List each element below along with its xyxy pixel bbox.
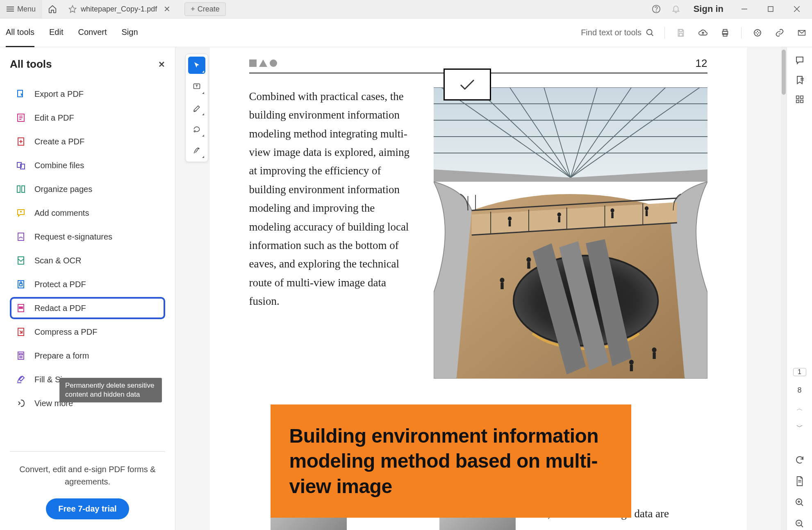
help-button[interactable] [650,5,662,14]
comment-panel-button[interactable] [792,55,807,65]
vertical-scrollbar[interactable] [781,47,787,530]
svg-marker-0 [69,6,76,13]
tool-item-prepare-a-form[interactable]: Prepare a form [10,345,165,367]
share-button[interactable] [796,29,808,37]
tool-item-export-a-pdf[interactable]: Export a PDF [10,83,165,105]
trial-button[interactable]: Free 7-day trial [46,498,129,519]
tool-item-compress-a-pdf[interactable]: Compress a PDF [10,321,165,343]
tool-icon [16,350,26,361]
annotation-toolbar [185,54,208,162]
tab-close-icon[interactable]: ✕ [164,4,171,14]
create-label: Create [198,5,220,14]
cloud-button[interactable] [697,28,709,37]
print-icon [721,28,730,37]
sign-tool[interactable] [188,142,205,159]
notification-button[interactable] [670,5,682,14]
svg-rect-12 [723,29,727,31]
tool-item-scan-ocr[interactable]: Scan & OCR [10,249,165,272]
svg-point-69 [652,347,656,352]
search-button[interactable]: Find text or tools [581,28,655,37]
hamburger-icon [7,7,14,11]
triangle-icon [259,59,267,67]
create-button[interactable]: + Create [184,2,226,16]
chat-icon [795,55,805,65]
grid-icon [795,95,804,104]
page-view-button[interactable] [792,475,807,487]
star-icon[interactable] [68,5,77,13]
zoom-out-button[interactable] [792,518,807,530]
minimize-button[interactable] [735,0,754,18]
signin-button[interactable]: Sign in [694,4,723,14]
ai-button[interactable] [751,28,764,38]
tool-item-protect-a-pdf[interactable]: Protect a PDF [10,273,165,295]
zoom-in-button[interactable] [792,496,807,509]
next-page-button[interactable]: ﹀ [796,423,803,432]
sidebar-close-button[interactable]: ✕ [158,59,165,69]
scrollbar-thumb[interactable] [782,50,786,95]
tool-label: Export a PDF [34,89,84,99]
svg-rect-80 [800,100,803,103]
close-icon [794,6,800,12]
highlight-tool[interactable] [188,99,205,117]
svg-line-8 [651,34,653,36]
tool-icon [16,184,26,194]
divider [741,27,741,39]
maximize-icon [768,6,773,12]
tool-label: Create a PDF [34,137,84,146]
thumbnail-panel-button[interactable] [792,95,807,104]
tool-item-edit-a-pdf[interactable]: Edit a PDF [10,107,165,129]
toolbar-all-tools[interactable]: All tools [6,18,34,47]
tool-item-create-a-pdf[interactable]: Create a PDF [10,130,165,153]
tool-label: Organize pages [34,185,92,194]
document-tab[interactable]: whitepaper_Copy-1.pdf ✕ [63,0,176,18]
prev-page-button[interactable]: ︿ [796,404,803,413]
bell-icon [671,5,680,14]
svg-rect-72 [630,365,632,371]
page-icon [795,476,804,487]
zoom-out-icon [795,519,805,529]
tool-label: Prepare a form [34,351,89,361]
toolbar-sign[interactable]: Sign [122,18,138,47]
tool-item-organize-pages[interactable]: Organize pages [10,178,165,200]
link-button[interactable] [773,28,786,37]
rotate-button[interactable] [792,454,807,466]
checkmark-annotation[interactable] [444,69,491,101]
toolbar-edit[interactable]: Edit [49,18,63,47]
print-button[interactable] [719,28,731,37]
menu-button[interactable]: Menu [0,0,42,18]
tool-item-redact-a-pdf[interactable]: Redact a PDF [10,297,165,319]
draw-tool[interactable] [188,121,205,138]
tool-label: Edit a PDF [34,113,74,123]
select-tool[interactable] [188,57,205,74]
menu-label: Menu [17,5,36,14]
tool-item-combine-files[interactable]: Combine files [10,154,165,176]
maximize-button[interactable] [761,0,780,18]
document-scroll[interactable]: 12 Combined with practical cases, the bu… [175,47,781,530]
svg-point-63 [644,206,648,210]
svg-rect-60 [558,217,560,222]
body-text: Combined with practical cases, the build… [249,87,417,379]
tool-label: Request e-signatures [34,232,112,242]
svg-rect-62 [611,212,614,218]
tool-icon [16,231,26,242]
tool-item-request-e-signatures[interactable]: Request e-signatures [10,226,165,248]
tool-item-add-comments[interactable]: Add comments [10,202,165,224]
home-button[interactable] [42,0,63,18]
tool-label: Redact a PDF [34,304,86,313]
svg-rect-78 [800,96,803,98]
sparkle-icon [753,28,762,38]
minimize-icon [741,6,747,12]
close-window-button[interactable] [787,0,806,18]
square-icon [249,59,257,67]
toolbar: All tools Edit Convert Sign Find text or… [0,18,812,47]
svg-point-14 [754,30,761,36]
tool-list: Export a PDFEdit a PDFCreate a PDFCombin… [10,83,165,414]
help-icon [652,5,661,14]
current-page-input[interactable]: 1 [793,368,806,376]
home-icon [48,5,57,14]
toolbar-convert[interactable]: Convert [78,18,107,47]
text-comment-tool[interactable] [188,78,205,95]
tool-label: Add comments [34,208,89,218]
bookmark-panel-button[interactable] [792,75,807,85]
save-button[interactable] [675,28,687,37]
